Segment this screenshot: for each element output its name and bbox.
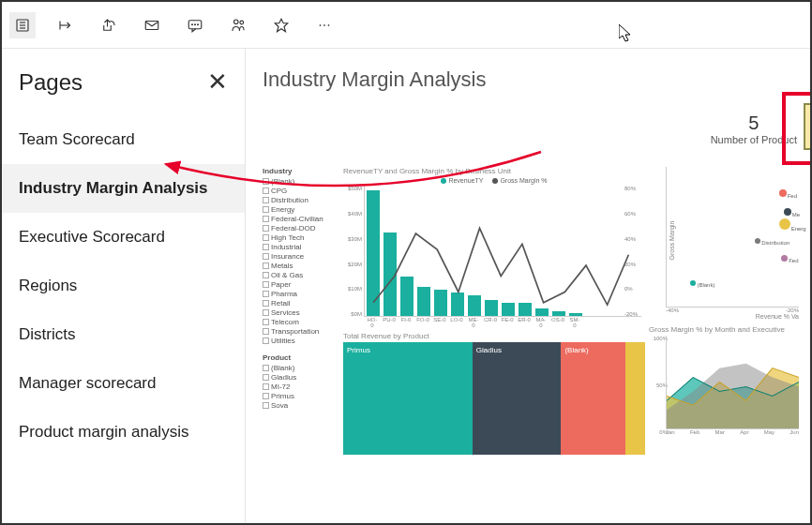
svg-point-14	[320, 24, 322, 26]
filter-item[interactable]: CPG	[263, 187, 339, 195]
combo-chart-title: RevenueTY and Gross Margin % by Business…	[343, 167, 645, 175]
industry-filter-title: Industry	[263, 167, 339, 175]
filter-item[interactable]: Metals	[263, 262, 339, 270]
svg-point-9	[195, 23, 196, 24]
filter-item[interactable]: Gladius	[263, 373, 339, 382]
checkbox-icon[interactable]	[263, 206, 269, 213]
star-icon[interactable]	[268, 12, 294, 38]
checkbox-icon[interactable]	[263, 374, 269, 381]
close-icon[interactable]: ✕	[207, 68, 228, 97]
filter-item[interactable]: Oil & Gas	[263, 271, 339, 279]
page-item[interactable]: Product margin analysis	[2, 408, 245, 457]
list-icon[interactable]	[9, 12, 36, 38]
treemap-block[interactable]	[625, 342, 645, 455]
checkbox-icon[interactable]	[263, 365, 269, 371]
page-item[interactable]: Manager scorecard	[2, 359, 245, 408]
checkbox-icon[interactable]	[263, 244, 269, 250]
scatter-point[interactable]	[781, 255, 788, 262]
filter-item[interactable]: Transportation	[263, 327, 339, 336]
checkbox-icon[interactable]	[263, 253, 269, 260]
checkbox-icon[interactable]	[263, 262, 269, 269]
filter-item[interactable]: Services	[263, 308, 339, 317]
checkbox-icon[interactable]	[263, 272, 269, 278]
pages-title: Pages	[19, 69, 83, 96]
chat-icon[interactable]	[182, 12, 208, 38]
treemap-block[interactable]: (Blank)	[561, 342, 625, 455]
report-canvas: Industry Margin Analysis Team scorecard …	[246, 49, 810, 523]
checkbox-icon[interactable]	[263, 309, 269, 316]
filter-item[interactable]: (Blank)	[263, 177, 339, 186]
toolbar	[2, 2, 810, 49]
area-chart[interactable]: Gross Margin % by Month and Executive 10…	[649, 325, 799, 435]
filter-item[interactable]: Telecom	[263, 318, 339, 326]
filter-item[interactable]: High Tech	[263, 233, 339, 242]
product-filter-title: Product	[263, 353, 339, 362]
filter-item[interactable]: Insurance	[263, 252, 339, 261]
combo-chart[interactable]: RevenueTY and Gross Margin % by Business…	[343, 167, 645, 328]
svg-marker-21	[619, 24, 630, 41]
area-chart-title: Gross Margin % by Month and Executive	[649, 325, 799, 334]
filter-item[interactable]: (Blank)	[263, 364, 339, 372]
checkbox-icon[interactable]	[263, 383, 269, 390]
checkbox-icon[interactable]	[263, 300, 269, 307]
treemap-block[interactable]: Gladius	[473, 342, 562, 455]
svg-point-8	[192, 23, 193, 24]
checkbox-icon[interactable]	[263, 281, 269, 288]
filter-item[interactable]: Energy	[263, 205, 339, 214]
checkbox-icon[interactable]	[263, 402, 269, 409]
page-item[interactable]: Districts	[2, 310, 245, 359]
filter-item[interactable]: Utilities	[263, 337, 339, 345]
checkbox-icon[interactable]	[263, 328, 269, 335]
filter-panel: Industry (Blank)CPGDistributionEnergyFed…	[263, 167, 339, 514]
filter-item[interactable]: Paper	[263, 280, 339, 289]
export-icon[interactable]	[53, 12, 79, 38]
filter-item[interactable]: Pharma	[263, 290, 339, 298]
filter-item[interactable]: Industrial	[263, 243, 339, 251]
filter-item[interactable]: MI-72	[263, 382, 339, 391]
scatter-point[interactable]	[779, 189, 787, 197]
checkbox-icon[interactable]	[263, 291, 269, 297]
checkbox-icon[interactable]	[263, 393, 269, 399]
filter-item[interactable]: Retail	[263, 299, 339, 308]
page-item[interactable]: Regions	[2, 262, 245, 310]
page-item[interactable]: Executive Scorecard	[2, 213, 245, 262]
scatter-point[interactable]	[755, 238, 760, 244]
treemap-chart[interactable]: Total Revenue by Product PrimusGladius(B…	[343, 332, 645, 455]
filter-item[interactable]: Sova	[263, 401, 339, 410]
checkbox-icon[interactable]	[263, 234, 269, 241]
scatter-point[interactable]	[690, 280, 696, 286]
annotation-highlight	[782, 92, 810, 165]
checkbox-icon[interactable]	[263, 338, 269, 344]
page-item[interactable]: Team Scorecard	[2, 115, 245, 164]
checkbox-icon[interactable]	[263, 319, 269, 325]
report-title: Industry Margin Analysis	[263, 68, 486, 92]
more-icon[interactable]	[311, 12, 338, 38]
teams-icon[interactable]	[225, 12, 251, 38]
checkbox-icon[interactable]	[263, 216, 269, 222]
mail-icon[interactable]	[139, 12, 165, 38]
svg-point-11	[234, 20, 239, 24]
filter-item[interactable]: Distribution	[263, 196, 339, 204]
checkbox-icon[interactable]	[263, 197, 269, 203]
page-item[interactable]: Industry Margin Analysis	[2, 164, 245, 213]
svg-rect-6	[145, 21, 158, 29]
checkbox-icon[interactable]	[263, 188, 269, 194]
svg-point-16	[328, 24, 330, 26]
filter-item[interactable]: Federal-Civilian	[263, 215, 339, 223]
svg-point-15	[323, 24, 325, 26]
filter-item[interactable]: Primus	[263, 392, 339, 400]
checkbox-icon[interactable]	[263, 178, 269, 185]
svg-point-10	[198, 23, 199, 24]
share-icon[interactable]	[96, 12, 122, 38]
treemap-block[interactable]: Primus	[343, 342, 473, 455]
svg-marker-13	[275, 19, 288, 32]
filter-item[interactable]: Federal-DOD	[263, 224, 339, 232]
scatter-chart[interactable]: Gross Margin (Blank)DistributionEnergFed…	[649, 167, 799, 320]
treemap-title: Total Revenue by Product	[343, 332, 645, 340]
checkbox-icon[interactable]	[263, 225, 269, 232]
svg-point-12	[240, 21, 244, 24]
scatter-point[interactable]	[779, 218, 790, 230]
cursor-icon	[619, 24, 634, 43]
pages-pane: Pages ✕ Team ScorecardIndustry Margin An…	[2, 49, 246, 523]
scatter-point[interactable]	[784, 208, 791, 216]
